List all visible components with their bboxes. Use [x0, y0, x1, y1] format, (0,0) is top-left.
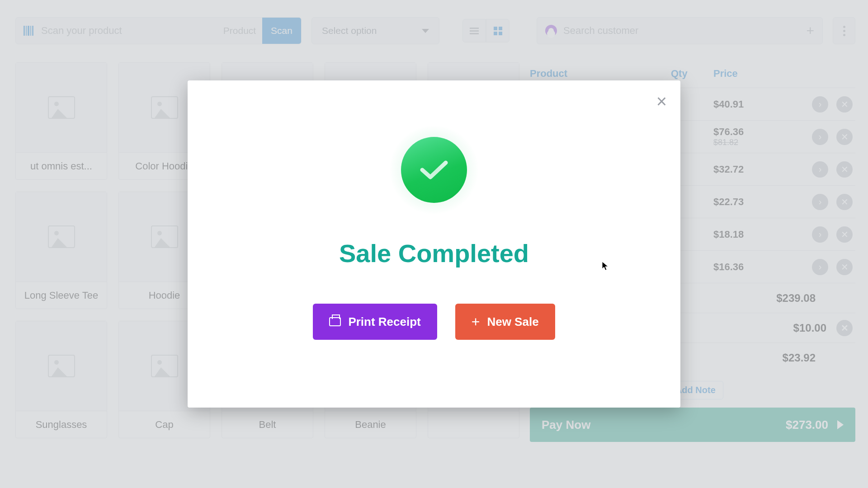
- new-sale-button[interactable]: + New Sale: [455, 304, 555, 340]
- printer-icon: [329, 317, 341, 326]
- success-badge: [393, 129, 475, 211]
- close-button[interactable]: ×: [656, 91, 667, 112]
- modal-buttons: Print Receipt + New Sale: [188, 304, 680, 340]
- print-receipt-button[interactable]: Print Receipt: [313, 304, 437, 340]
- cursor-icon: [602, 261, 609, 271]
- sale-completed-modal: × Sale Completed Print Receipt + New Sal…: [188, 80, 680, 408]
- plus-icon: +: [472, 314, 480, 330]
